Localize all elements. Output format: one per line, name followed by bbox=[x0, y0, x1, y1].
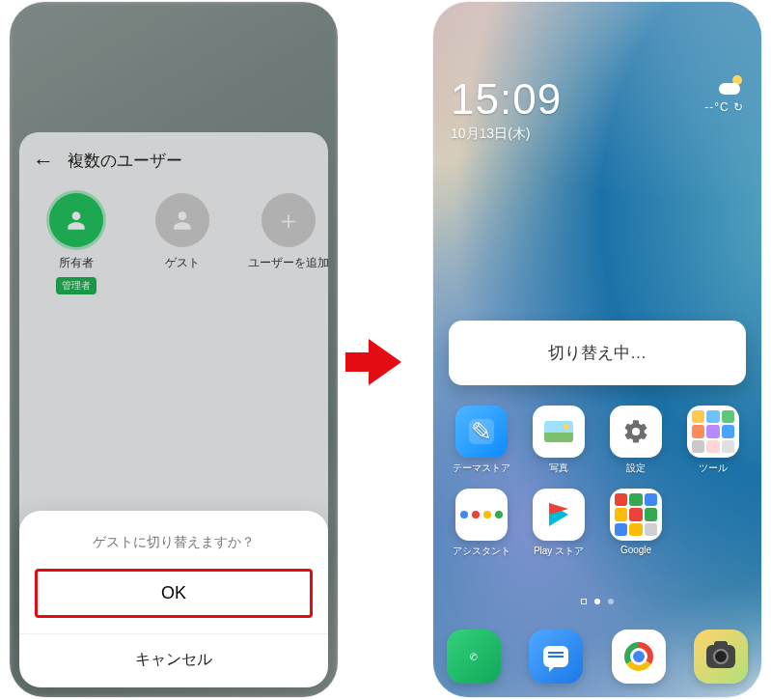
weather-icon bbox=[719, 75, 744, 95]
app-theme-store[interactable]: ✎ テーマストア bbox=[447, 406, 516, 475]
photos-icon bbox=[533, 406, 585, 458]
app-label: 設定 bbox=[626, 462, 646, 475]
page-dot-active-icon bbox=[594, 599, 600, 604]
clock-widget[interactable]: 15:09 bbox=[451, 75, 562, 124]
weather-widget[interactable]: --°C ↻ bbox=[704, 75, 744, 114]
dialog-message: ゲストに切り替えますか？ bbox=[35, 534, 313, 551]
app-google-folder[interactable]: Google bbox=[601, 489, 671, 558]
sheet-dim-overlay bbox=[19, 132, 328, 557]
dialog-cancel-button[interactable]: キャンセル bbox=[35, 634, 313, 676]
app-play-store[interactable]: Play ストア bbox=[524, 489, 593, 558]
theme-store-icon: ✎ bbox=[455, 406, 508, 458]
settings-icon bbox=[610, 406, 662, 458]
multi-user-sheet: ← 複数のユーザー 所有者 管理者 ゲスト ＋ bbox=[19, 132, 328, 557]
messages-icon bbox=[543, 646, 568, 667]
app-label: Play ストア bbox=[534, 545, 584, 558]
app-label: アシスタント bbox=[453, 545, 510, 558]
app-label: 写真 bbox=[549, 462, 568, 475]
app-label: ツール bbox=[699, 462, 728, 475]
app-tools-folder[interactable]: ツール bbox=[678, 406, 748, 475]
phone-left: ← 複数のユーザー 所有者 管理者 ゲスト ＋ bbox=[10, 2, 338, 697]
page-dot-icon bbox=[608, 599, 614, 604]
app-label: テーマストア bbox=[453, 462, 510, 475]
chrome-icon bbox=[624, 642, 653, 671]
dock-chrome[interactable] bbox=[612, 630, 666, 684]
switching-toast: 切り替え中… bbox=[449, 321, 746, 385]
google-folder-icon bbox=[610, 489, 662, 541]
dialog-ok-button[interactable]: OK bbox=[35, 569, 313, 618]
dock: ✆ bbox=[447, 630, 748, 684]
page-indicator[interactable] bbox=[433, 599, 761, 604]
dock-camera[interactable] bbox=[694, 630, 748, 684]
app-photos[interactable]: 写真 bbox=[524, 406, 593, 475]
right-arrow-icon bbox=[347, 338, 423, 386]
tools-folder-icon bbox=[687, 406, 739, 458]
app-assistant[interactable]: アシスタント bbox=[447, 489, 516, 558]
dock-phone[interactable]: ✆ bbox=[447, 630, 501, 684]
play-store-icon bbox=[533, 489, 585, 541]
phone-icon: ✆ bbox=[469, 651, 479, 662]
refresh-icon[interactable]: ↻ bbox=[733, 100, 744, 114]
app-label: Google bbox=[620, 545, 651, 555]
app-grid: ✎ テーマストア 写真 設定 bbox=[447, 406, 748, 572]
temperature-label: --°C bbox=[704, 100, 729, 114]
switch-user-dialog: ゲストに切り替えますか？ OK キャンセル bbox=[19, 511, 328, 687]
page-dot-home-icon bbox=[581, 599, 587, 604]
date-label: 10月13日(木) bbox=[451, 126, 562, 143]
phone-right: 15:09 10月13日(木) --°C ↻ 切り替え中… ✎ テーマストア bbox=[433, 2, 761, 697]
app-settings[interactable]: 設定 bbox=[601, 406, 671, 475]
camera-icon bbox=[706, 645, 735, 668]
assistant-icon bbox=[455, 489, 508, 541]
dock-messages[interactable] bbox=[529, 630, 583, 684]
